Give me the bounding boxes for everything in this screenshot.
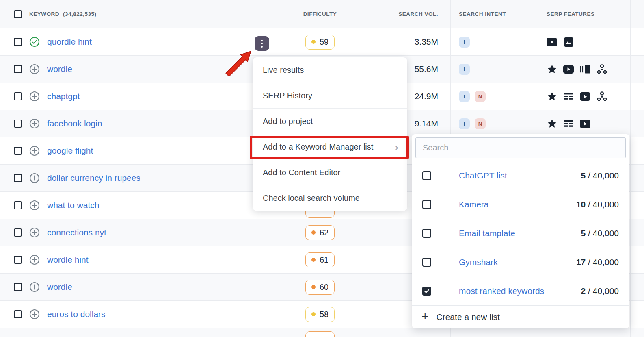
row-checkbox[interactable] bbox=[14, 147, 22, 155]
star-icon bbox=[547, 64, 557, 74]
menu-item-serp-history[interactable]: SERP History bbox=[253, 83, 407, 109]
difficulty-column-header[interactable]: DIFFICULTY bbox=[303, 11, 337, 17]
list-item[interactable]: ChatGPT list 5 / 40,000 bbox=[412, 161, 629, 190]
menu-item-live-results[interactable]: Live results bbox=[253, 57, 407, 83]
sitelinks-icon bbox=[563, 118, 574, 129]
plus-icon: + bbox=[421, 310, 429, 322]
row-checkbox[interactable] bbox=[14, 256, 22, 264]
list-checkbox[interactable] bbox=[422, 258, 431, 267]
difficulty-dot-icon bbox=[311, 285, 316, 289]
chevron-right-icon: › bbox=[395, 142, 398, 152]
video-icon bbox=[563, 64, 574, 74]
row-checkbox[interactable] bbox=[14, 228, 22, 237]
share-icon bbox=[596, 91, 607, 102]
keyword-link[interactable]: euros to dollars bbox=[47, 309, 106, 319]
plus-circle-icon[interactable] bbox=[29, 227, 40, 238]
share-icon bbox=[596, 64, 607, 74]
list-count: 2 / 40,000 bbox=[581, 286, 619, 296]
row-checkbox[interactable] bbox=[14, 283, 22, 291]
intent-badge-n: N bbox=[475, 91, 486, 102]
intent-badge-i: I bbox=[459, 37, 470, 48]
keyword-magic-tool-screen: KEYWORD (34,822,535) DIFFICULTY SEARCH V… bbox=[0, 0, 644, 337]
intent-badge-i: I bbox=[459, 64, 470, 75]
star-icon bbox=[547, 118, 557, 129]
keyword-link[interactable]: facebook login bbox=[47, 119, 102, 128]
row-checkbox[interactable] bbox=[14, 120, 22, 128]
menu-item-check-local-search-volume[interactable]: Check local search volume bbox=[253, 185, 407, 211]
keyword-manager-list-panel: ChatGPT list 5 / 40,000 Kamera 10 / 40,0… bbox=[412, 134, 629, 328]
row-actions-button[interactable] bbox=[255, 36, 269, 51]
keyword-column-header[interactable]: KEYWORD bbox=[29, 11, 59, 17]
search-volume-value: 9.14M bbox=[415, 119, 438, 128]
list-item[interactable]: most ranked keywords 2 / 40,000 bbox=[412, 276, 629, 305]
list-name-link[interactable]: Email tamplate bbox=[459, 228, 581, 238]
difficulty-badge: 62 bbox=[305, 225, 335, 240]
plus-circle-icon[interactable] bbox=[29, 64, 40, 74]
row-checkbox[interactable] bbox=[14, 310, 22, 318]
search-input[interactable] bbox=[415, 137, 626, 158]
keyword-total-count: (34,822,535) bbox=[63, 11, 97, 17]
intent-badge-n: N bbox=[475, 118, 486, 129]
keyword-link[interactable]: google flight bbox=[47, 146, 93, 156]
keyword-link[interactable]: connections nyt bbox=[47, 228, 106, 237]
list-count: 5 / 40,000 bbox=[581, 171, 619, 180]
keyword-link[interactable]: wordle bbox=[47, 282, 72, 292]
menu-item-add-to-keyword-manager-list[interactable]: Add to a Keyword Manager list › bbox=[253, 134, 407, 160]
keyword-link[interactable]: wordle hint bbox=[47, 255, 89, 265]
list-name-link[interactable]: most ranked keywords bbox=[459, 286, 581, 296]
keyword-link[interactable]: what to watch bbox=[47, 200, 99, 210]
plus-circle-icon[interactable] bbox=[29, 118, 40, 129]
carousel-icon bbox=[580, 64, 590, 74]
search-intent-column-header[interactable]: SEARCH INTENT bbox=[459, 11, 506, 17]
list-checkbox[interactable] bbox=[422, 171, 431, 180]
check-circle-icon[interactable] bbox=[29, 37, 40, 47]
row-checkbox[interactable] bbox=[14, 174, 22, 182]
row-checkbox[interactable] bbox=[14, 65, 22, 73]
plus-circle-icon[interactable] bbox=[29, 309, 40, 320]
serp-features-column-header[interactable]: SERP FEATURES bbox=[547, 11, 595, 17]
list-name-link[interactable]: ChatGPT list bbox=[459, 171, 581, 180]
difficulty-dot-icon bbox=[311, 258, 316, 262]
plus-circle-icon[interactable] bbox=[29, 282, 40, 292]
row-checkbox[interactable] bbox=[14, 201, 22, 209]
keyword-lists: ChatGPT list 5 / 40,000 Kamera 10 / 40,0… bbox=[412, 161, 629, 305]
plus-circle-icon[interactable] bbox=[29, 173, 40, 183]
keyword-link[interactable]: quordle hint bbox=[47, 37, 92, 47]
difficulty-dot-icon bbox=[311, 230, 316, 235]
create-new-list-button[interactable]: + Create a new list bbox=[412, 305, 629, 328]
video-icon bbox=[580, 91, 590, 102]
list-item[interactable]: Email tamplate 5 / 40,000 bbox=[412, 219, 629, 248]
search-volume-value: 55.6M bbox=[415, 64, 438, 74]
search-volume-column-header[interactable]: SEARCH VOL. bbox=[398, 11, 438, 17]
plus-circle-icon[interactable] bbox=[29, 146, 40, 156]
list-count: 5 / 40,000 bbox=[581, 228, 619, 238]
row-checkbox[interactable] bbox=[14, 38, 22, 46]
image-icon bbox=[563, 37, 574, 47]
difficulty-badge: 60 bbox=[305, 280, 335, 295]
list-name-link[interactable]: Kamera bbox=[459, 200, 576, 209]
plus-circle-icon[interactable] bbox=[29, 91, 40, 102]
list-item[interactable]: Gymshark 17 / 40,000 bbox=[412, 248, 629, 276]
menu-item-add-to-content-editor[interactable]: Add to Content Editor bbox=[253, 160, 407, 185]
sitelinks-icon bbox=[563, 91, 574, 102]
video-icon bbox=[547, 37, 557, 47]
list-checkbox[interactable] bbox=[422, 287, 431, 296]
table-header: KEYWORD (34,822,535) DIFFICULTY SEARCH V… bbox=[0, 0, 644, 28]
search-volume-value: 24.9M bbox=[415, 91, 438, 101]
keyword-link[interactable]: dollar currency in rupees bbox=[47, 173, 140, 183]
select-all-checkbox[interactable] bbox=[14, 10, 22, 18]
list-item[interactable]: Kamera 10 / 40,000 bbox=[412, 190, 629, 219]
list-checkbox[interactable] bbox=[422, 229, 431, 238]
intent-badge-i: I bbox=[459, 118, 470, 129]
difficulty-dot-icon bbox=[311, 40, 316, 44]
plus-circle-icon[interactable] bbox=[29, 254, 40, 265]
list-checkbox[interactable] bbox=[422, 200, 431, 209]
keyword-link[interactable]: chaptgpt bbox=[47, 91, 80, 101]
menu-item-add-to-project[interactable]: Add to project bbox=[253, 109, 407, 134]
keyword-link[interactable]: wordle bbox=[47, 64, 72, 74]
difficulty-badge: 61 bbox=[305, 252, 335, 267]
list-name-link[interactable]: Gymshark bbox=[459, 257, 576, 267]
difficulty-badge: 58 bbox=[305, 307, 335, 322]
row-checkbox[interactable] bbox=[14, 92, 22, 100]
plus-circle-icon[interactable] bbox=[29, 200, 40, 211]
